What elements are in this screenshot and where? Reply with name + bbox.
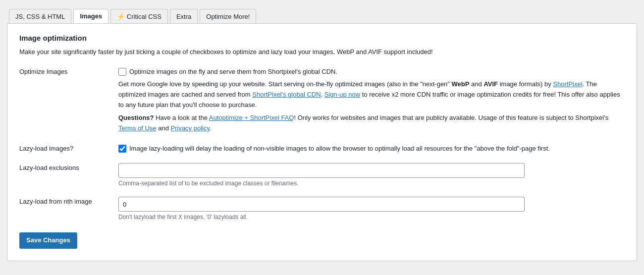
signup-link[interactable]: Sign-up now	[324, 91, 360, 98]
lazy-load-exclusions-input[interactable]	[118, 163, 525, 178]
lazy-load-checkbox[interactable]	[118, 145, 126, 153]
save-button[interactable]: Save Changes	[19, 232, 77, 248]
tab-js-css-html[interactable]: JS, CSS & HTML	[9, 9, 71, 23]
lazy-load-nth-content: Don't lazyload the first X images, '0' l…	[118, 197, 625, 220]
faq-link[interactable]: Autoptimize + ShortPixel FAQ	[209, 114, 294, 121]
tab-extra[interactable]: Extra	[170, 9, 198, 23]
lazy-load-nth-input[interactable]	[118, 197, 525, 212]
lazy-load-nth-row: Lazy-load from nth image Don't lazyload …	[19, 197, 625, 220]
lazy-load-checkbox-label[interactable]: Image lazy-loading will delay the loadin…	[129, 144, 550, 154]
optimize-images-checkbox[interactable]	[118, 68, 126, 76]
lazy-load-exclusions-label: Lazy-load exclusions	[19, 163, 118, 171]
lazy-load-row: Lazy-load images? Image lazy-loading wil…	[19, 144, 625, 154]
lazy-load-exclusions-row: Lazy-load exclusions Comma-separated lis…	[19, 163, 625, 187]
optimize-images-description: Get more Google love by speeding up your…	[118, 79, 625, 110]
lazy-load-content: Image lazy-loading will delay the loadin…	[118, 144, 625, 154]
panel-description: Make your site significantly faster by j…	[19, 47, 625, 57]
lazy-load-nth-label: Lazy-load from nth image	[19, 197, 118, 205]
terms-link[interactable]: Terms of Use	[118, 124, 157, 132]
optimize-images-label: Optimize Images	[19, 67, 118, 75]
lazy-load-nth-hint: Don't lazyload the first X images, '0' l…	[118, 214, 625, 220]
save-row: Save Changes	[19, 232, 625, 248]
tab-images[interactable]: Images	[73, 9, 108, 23]
lazy-load-exclusions-hint: Comma-separated list of to be excluded i…	[118, 180, 625, 187]
cdn-link[interactable]: ShortPixel's global CDN	[252, 91, 321, 98]
optimize-images-content: Optimize images on the fly and serve the…	[118, 67, 625, 134]
lazy-load-exclusions-content: Comma-separated list of to be excluded i…	[118, 163, 625, 187]
panel-title: Image optimization	[19, 34, 625, 42]
settings-panel: Image optimization Make your site signif…	[7, 23, 637, 261]
tab-bar: JS, CSS & HTML Images ⚡ Critical CSS Ext…	[5, 5, 639, 23]
optimize-images-questions: Questions? Have a look at the Autoptimiz…	[118, 113, 625, 134]
shortpixel-link[interactable]: ShortPixel	[553, 80, 582, 88]
tab-optimize-more[interactable]: Optimize More!	[200, 9, 256, 23]
optimize-images-row: Optimize Images Optimize images on the f…	[19, 67, 625, 134]
lazy-load-label: Lazy-load images?	[19, 144, 118, 152]
tab-critical-css[interactable]: ⚡ Critical CSS	[110, 9, 168, 23]
optimize-images-checkbox-label[interactable]: Optimize images on the fly and serve the…	[129, 67, 337, 77]
privacy-link[interactable]: Privacy policy	[171, 124, 210, 132]
